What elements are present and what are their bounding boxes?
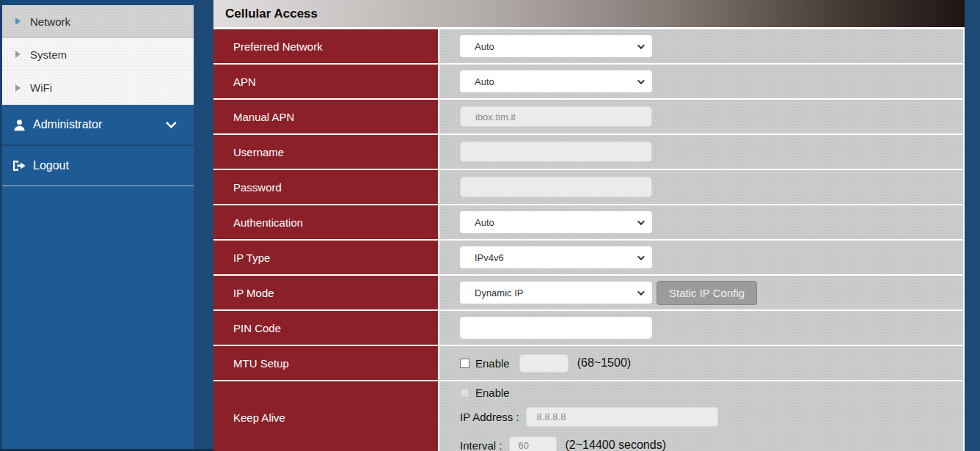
right-frame <box>965 0 980 451</box>
sidebar-item-label: Logout <box>33 159 69 172</box>
row-label: Password <box>213 170 438 204</box>
person-icon <box>10 119 29 131</box>
sidebar-top-strip <box>0 0 194 5</box>
keep-alive-interval-hint: (2~14400 seconds) <box>566 439 666 451</box>
row-label: MTU Setup <box>213 346 438 380</box>
chevron-down-icon <box>637 42 645 49</box>
row-label: IP Mode <box>213 276 438 309</box>
keep-alive-interval-label: Interval : <box>460 439 502 451</box>
keep-alive-ip-label: IP Address : <box>460 411 519 423</box>
keep-alive-interval-input[interactable] <box>509 436 557 451</box>
table-row-password: Password <box>213 170 963 204</box>
mtu-enable-checkbox[interactable] <box>460 359 469 368</box>
ip-type-select[interactable]: IPv4v6 <box>460 246 652 268</box>
sidebar-item-wifi[interactable]: WiFi <box>0 71 194 105</box>
table-row-ip-mode: IP Mode Dynamic IP Static IP Config <box>213 276 963 309</box>
selected-value: IPv4v6 <box>475 252 504 263</box>
table-row-ip-type: IP Type IPv4v6 <box>213 241 963 274</box>
table-row-username: Username <box>213 135 963 169</box>
sidebar-item-logout[interactable]: Logout <box>0 146 194 186</box>
divider <box>0 186 194 186</box>
keep-alive-ip-input[interactable] <box>526 407 718 427</box>
keep-alive-enable-label: Enable <box>475 386 510 399</box>
right-arrow-icon <box>15 84 21 92</box>
sidebar-item-label: Network <box>30 15 70 28</box>
chevron-down-icon <box>637 77 645 84</box>
mtu-range-hint: (68~1500) <box>577 356 631 370</box>
sidebar-item-administrator[interactable]: Administrator <box>0 105 194 144</box>
sidebar-item-system[interactable]: System <box>0 38 194 71</box>
chevron-down-icon <box>637 253 645 260</box>
chevron-down-icon <box>637 218 645 225</box>
sidebar: Network System WiFi Administrator Logout <box>0 0 194 451</box>
manual-apn-input[interactable] <box>460 106 652 127</box>
settings-table: Preferred Network Auto APN Auto Manual A… <box>213 29 965 451</box>
row-label: IP Type <box>213 241 438 274</box>
mtu-value-input[interactable] <box>519 354 568 373</box>
table-row-keep-alive: Keep Alive Enable IP Address : Interval … <box>213 381 963 451</box>
selected-value: Auto <box>475 76 494 87</box>
right-arrow-icon <box>15 18 21 25</box>
table-row-pin-code: PIN Code <box>213 311 963 345</box>
selected-value: Auto <box>475 41 494 52</box>
sidebar-item-label: Administrator <box>33 118 102 131</box>
page-title: Cellular Access <box>225 7 318 21</box>
mtu-enable-label: Enable <box>475 357 510 370</box>
row-label: PIN Code <box>213 311 438 345</box>
selected-value: Auto <box>475 217 494 228</box>
table-row-apn: APN Auto <box>213 65 963 98</box>
row-label: Preferred Network <box>213 29 438 63</box>
authentication-select[interactable]: Auto <box>460 211 652 233</box>
row-label: Manual APN <box>213 100 438 133</box>
logout-icon <box>10 160 29 172</box>
table-row-preferred-network: Preferred Network Auto <box>213 29 963 63</box>
row-label: Keep Alive <box>213 381 438 451</box>
sidebar-item-network[interactable]: Network <box>0 5 194 38</box>
keep-alive-enable-checkbox[interactable] <box>460 388 469 397</box>
right-arrow-icon <box>15 51 21 58</box>
password-input[interactable] <box>460 177 652 197</box>
row-label: Username <box>213 135 438 169</box>
page-title-bar: Cellular Access <box>213 0 965 27</box>
row-label: Authentication <box>213 205 438 239</box>
table-row-mtu-setup: MTU Setup Enable (68~1500) <box>213 346 963 380</box>
ip-mode-select[interactable]: Dynamic IP <box>460 282 652 304</box>
sidebar-item-label: System <box>30 48 67 61</box>
pin-code-input[interactable] <box>460 317 652 339</box>
chevron-down-icon <box>637 288 645 296</box>
table-row-manual-apn: Manual APN <box>213 100 963 133</box>
sidebar-content-gap <box>194 0 213 451</box>
username-input[interactable] <box>460 142 652 162</box>
sidebar-item-label: WiFi <box>30 81 52 94</box>
chevron-down-icon <box>166 117 178 129</box>
static-ip-config-button[interactable]: Static IP Config <box>657 281 757 305</box>
main-content: Cellular Access Preferred Network Auto A… <box>213 0 965 451</box>
preferred-network-select[interactable]: Auto <box>460 35 652 57</box>
apn-select[interactable]: Auto <box>460 70 652 92</box>
row-label: APN <box>213 65 438 98</box>
table-row-authentication: Authentication Auto <box>213 205 963 239</box>
selected-value: Dynamic IP <box>475 287 523 298</box>
window-edge <box>0 0 2 451</box>
